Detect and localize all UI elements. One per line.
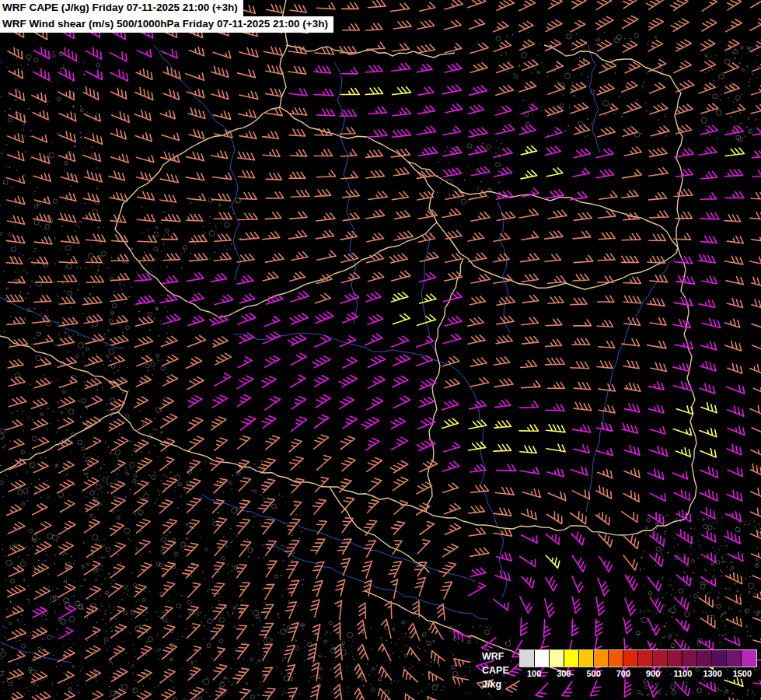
wind-barb — [315, 376, 329, 387]
wind-barb — [161, 336, 177, 346]
wind-barb — [189, 688, 204, 700]
wind-barb — [58, 584, 75, 597]
wind-barb — [289, 89, 308, 96]
wind-barb — [497, 0, 514, 10]
wind-barb — [417, 482, 432, 494]
wind-barb — [211, 66, 229, 77]
wind-barb — [6, 420, 23, 430]
wind-barb — [263, 668, 273, 682]
wind-barb — [367, 397, 383, 410]
wind-barb — [35, 276, 52, 282]
wind-barb — [161, 194, 176, 202]
wind-barb — [259, 499, 274, 513]
wind-barb — [625, 598, 635, 615]
wind-barb — [595, 619, 602, 635]
wind-barb — [520, 597, 532, 613]
wind-barb — [8, 692, 23, 700]
legend-color-cell — [682, 650, 697, 667]
wind-barb — [263, 232, 280, 240]
wind-barb — [160, 110, 175, 119]
wind-barb — [335, 600, 342, 620]
wind-barb — [471, 358, 487, 366]
wind-barb — [61, 691, 75, 700]
wind-barb — [519, 125, 536, 135]
wind-barb — [59, 521, 75, 534]
wind-barb — [211, 151, 228, 159]
wind-barb — [752, 127, 761, 135]
wind-barb — [86, 627, 100, 639]
wind-barb — [264, 317, 280, 327]
wind-barb — [750, 365, 761, 376]
wind-barb — [187, 89, 204, 98]
wind-barb — [354, 688, 365, 700]
legend-field-label: CAPE — [482, 663, 516, 677]
wind-barb — [497, 212, 515, 220]
wind-barb — [676, 530, 692, 544]
wind-barb — [137, 156, 154, 163]
wind-barb — [727, 385, 745, 394]
wind-barb — [110, 400, 124, 411]
wind-barb — [403, 670, 417, 682]
wind-barb — [724, 256, 743, 264]
wind-barb — [260, 623, 274, 638]
wind-barb — [368, 107, 386, 114]
wind-barb — [700, 125, 717, 135]
wind-barb — [546, 512, 561, 523]
wind-barb — [701, 615, 715, 628]
wind-barb — [212, 562, 225, 577]
wind-barb — [391, 418, 405, 429]
wind-barb — [239, 605, 249, 618]
wind-barb — [83, 458, 99, 471]
map-title-shear: WRF Wind shear (m/s) 500/1000hPa Friday … — [0, 16, 333, 33]
wind-barb — [389, 254, 407, 263]
wind-barb — [725, 572, 742, 583]
wind-barb — [86, 47, 101, 59]
wind-barb — [727, 444, 742, 455]
wind-barb — [86, 544, 101, 557]
wind-barb — [163, 89, 179, 100]
wind-barb — [571, 512, 586, 524]
wind-barb — [317, 521, 327, 534]
wind-barb — [237, 376, 253, 388]
wind-barb — [9, 566, 24, 577]
wind-barb — [519, 209, 538, 218]
wind-barb — [136, 520, 150, 534]
wind-barb — [598, 254, 615, 261]
wind-barb — [391, 149, 410, 157]
wind-barb — [58, 480, 75, 492]
wind-barb — [522, 489, 540, 498]
wind-barb — [519, 0, 536, 11]
wind-barb — [316, 395, 330, 408]
wind-barb — [239, 110, 257, 117]
wind-barb — [110, 565, 124, 578]
wind-barb — [394, 231, 413, 240]
wind-barb — [700, 449, 716, 457]
wind-barb — [596, 170, 614, 178]
wind-barb — [420, 252, 438, 261]
wind-barb — [163, 67, 180, 79]
wind-barb — [700, 61, 715, 72]
river-line — [497, 202, 510, 333]
wind-barb — [86, 396, 102, 407]
wind-barb — [291, 292, 309, 302]
wind-barb — [622, 423, 638, 433]
wind-barb — [342, 2, 359, 9]
wind-barb — [289, 231, 307, 239]
wind-barb — [545, 106, 563, 116]
wind-barb — [159, 500, 173, 513]
wind-barb — [266, 89, 282, 97]
wind-barb — [368, 191, 387, 200]
river-line — [421, 232, 435, 352]
wind-barb — [623, 618, 632, 634]
wind-barb — [674, 189, 693, 196]
wind-barb — [160, 669, 175, 683]
wind-barb — [32, 628, 47, 639]
wind-barb — [443, 292, 462, 301]
wind-barb — [546, 319, 562, 326]
wind-barb — [418, 147, 438, 156]
wind-barb — [291, 397, 305, 409]
wind-barb — [186, 357, 201, 368]
wind-barb — [573, 231, 591, 239]
wind-barb — [471, 275, 490, 284]
wind-barb — [85, 171, 102, 182]
